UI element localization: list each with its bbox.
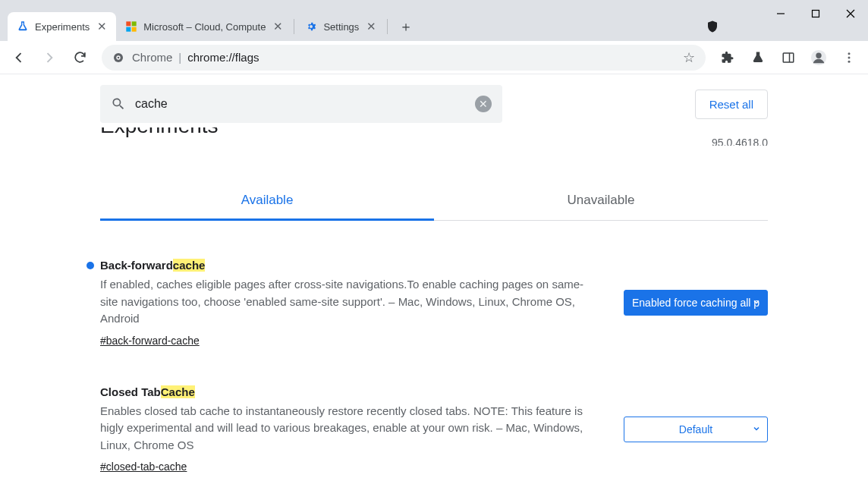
- flag-title: Back-forward cache: [100, 259, 593, 272]
- flag-title: Closed Tab Cache: [100, 385, 593, 398]
- browser-tab-microsoft[interactable]: Microsoft – Cloud, Compute ✕: [116, 12, 292, 41]
- browser-tabstrip: Experiments ✕ Microsoft – Cloud, Compute…: [0, 0, 868, 41]
- close-icon[interactable]: ✕: [273, 20, 283, 33]
- search-icon: [111, 96, 126, 112]
- flag-item: Closed Tab Cache Enables closed tab cach…: [100, 385, 768, 474]
- clear-search-icon[interactable]: ✕: [475, 96, 492, 112]
- bookmark-star-icon[interactable]: ☆: [683, 49, 695, 66]
- window-controls: [763, 0, 868, 27]
- flask-icon: [17, 20, 29, 33]
- profile-icon[interactable]: [806, 45, 832, 71]
- svg-point-10: [118, 56, 120, 58]
- chevron-down-icon: [752, 297, 761, 309]
- flag-select[interactable]: Default: [624, 417, 768, 442]
- flag-description: Enables closed tab cache to instantaneou…: [100, 403, 593, 454]
- svg-rect-2: [127, 27, 131, 32]
- modified-dot-icon: [86, 262, 94, 269]
- svg-rect-5: [813, 11, 819, 17]
- chevron-down-icon: [752, 423, 761, 435]
- new-tab-button[interactable]: ＋: [395, 16, 417, 37]
- reload-button[interactable]: [67, 45, 93, 71]
- labs-icon[interactable]: [745, 45, 771, 71]
- omnibox-host: Chrome: [132, 51, 172, 64]
- tab-unavailable[interactable]: Unavailable: [434, 182, 768, 220]
- flag-select-value: Default: [679, 423, 712, 435]
- page-title: Experiments: [100, 127, 219, 138]
- flags-tabbar: Available Unavailable: [100, 182, 768, 221]
- svg-point-16: [848, 56, 851, 58]
- minimize-button[interactable]: [763, 0, 798, 27]
- address-bar[interactable]: Chrome | chrome://flags ☆: [102, 45, 706, 71]
- site-info-icon[interactable]: [112, 52, 124, 64]
- close-icon[interactable]: ✕: [97, 20, 107, 33]
- flag-title-text: Closed Tab: [100, 385, 161, 398]
- tab-available[interactable]: Available: [100, 182, 434, 221]
- extensions-icon[interactable]: [715, 45, 741, 71]
- omnibox-separator: |: [178, 51, 181, 64]
- svg-point-14: [816, 52, 821, 58]
- svg-rect-0: [127, 21, 131, 26]
- browser-tab-experiments[interactable]: Experiments ✕: [8, 12, 116, 41]
- tab-separator: [294, 19, 294, 34]
- flag-select[interactable]: Enabled force caching all pages: [624, 290, 768, 316]
- flags-search-box[interactable]: ✕: [100, 85, 502, 123]
- gear-icon: [305, 20, 317, 33]
- omnibox-path: chrome://flags: [187, 51, 259, 64]
- tab-title: Microsoft – Cloud, Compute: [143, 21, 266, 33]
- tab-title: Settings: [323, 21, 359, 33]
- browser-tab-settings[interactable]: Settings ✕: [296, 12, 385, 41]
- flag-title-highlight: Cache: [161, 385, 195, 398]
- svg-rect-3: [132, 27, 137, 32]
- search-input[interactable]: [135, 97, 475, 111]
- browser-toolbar: Chrome | chrome://flags ☆: [0, 41, 868, 74]
- reset-all-button[interactable]: Reset all: [695, 90, 768, 119]
- svg-rect-1: [132, 21, 137, 26]
- tab-separator: [387, 19, 388, 34]
- tab-title: Experiments: [35, 21, 90, 33]
- maximize-button[interactable]: [798, 0, 833, 27]
- shield-icon[interactable]: [706, 20, 719, 33]
- svg-rect-11: [783, 53, 794, 62]
- flag-anchor-link[interactable]: #closed-tab-cache: [100, 461, 187, 473]
- svg-point-15: [848, 52, 851, 55]
- microsoft-icon: [125, 20, 137, 33]
- flag-select-value: Enabled force caching all pages: [632, 297, 760, 309]
- sidepanel-icon[interactable]: [775, 45, 801, 71]
- close-window-button[interactable]: [833, 0, 868, 27]
- flag-description: If enabled, caches eligible pages after …: [100, 276, 593, 328]
- flag-anchor-link[interactable]: #back-forward-cache: [100, 335, 200, 347]
- close-icon[interactable]: ✕: [366, 20, 376, 33]
- version-label: 95.0.4618.0: [712, 137, 768, 146]
- flag-item: Back-forward cache If enabled, caches el…: [100, 259, 768, 347]
- page-viewport[interactable]: ✕ Reset all Experiments 95.0.4618.0 Avai…: [0, 74, 868, 481]
- forward-button[interactable]: [36, 45, 62, 71]
- svg-point-17: [848, 60, 851, 62]
- flag-title-text: Back-forward: [100, 259, 173, 272]
- menu-icon[interactable]: [836, 45, 862, 71]
- flag-title-highlight: cache: [173, 259, 206, 272]
- back-button[interactable]: [6, 45, 32, 71]
